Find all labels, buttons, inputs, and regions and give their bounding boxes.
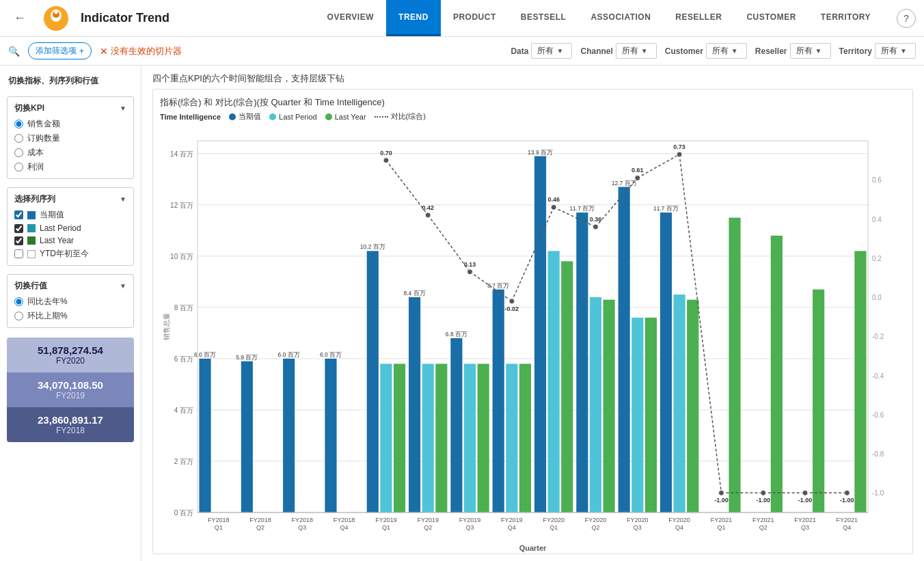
tab-bestsell[interactable]: BESTSELL xyxy=(508,0,579,36)
tab-trend[interactable]: TREND xyxy=(386,0,441,36)
svg-text:8.4 百万: 8.4 百万 xyxy=(404,290,426,297)
search-icon[interactable]: 🔍 xyxy=(8,46,20,57)
svg-rect-61 xyxy=(603,300,615,512)
series-current[interactable]: 当期值 xyxy=(14,209,126,221)
svg-text:Q1: Q1 xyxy=(549,524,558,531)
series-last-period[interactable]: Last Period xyxy=(14,223,126,233)
svg-text:-0.02: -0.02 xyxy=(505,305,519,312)
svg-text:4 百万: 4 百万 xyxy=(174,407,193,414)
svg-text:Q2: Q2 xyxy=(759,524,767,531)
summary-cards: 51,878,274.54 FY2020 34,070,108.50 FY201… xyxy=(7,338,134,442)
legend-ratio: 对比(综合) xyxy=(375,111,426,122)
svg-point-87 xyxy=(425,213,431,218)
svg-text:0.13: 0.13 xyxy=(464,261,476,268)
tab-product[interactable]: PRODUCT xyxy=(441,0,508,36)
add-filter-label: 添加筛选项 xyxy=(36,45,77,57)
sidebar-title: 切换指标、列序列和行值 xyxy=(0,72,141,92)
svg-text:11.7 百万: 11.7 百万 xyxy=(653,205,679,212)
svg-point-105 xyxy=(802,490,808,495)
value-yoy[interactable]: 同比去年% xyxy=(14,296,126,307)
svg-rect-54 xyxy=(534,156,546,512)
filter-customer-arrow-icon: ▼ xyxy=(731,47,738,55)
svg-text:14 百万: 14 百万 xyxy=(170,150,193,158)
svg-text:FY2020: FY2020 xyxy=(627,517,649,523)
add-filter-plus: + xyxy=(79,46,84,56)
value-mom[interactable]: 环比上期% xyxy=(14,310,126,322)
legend-last-year: Last Year xyxy=(325,113,366,121)
add-filter-button[interactable]: 添加筛选项 + xyxy=(28,42,92,59)
svg-text:-1.00: -1.00 xyxy=(840,497,854,504)
summary-card-fy2019: 34,070,108.50 FY2019 xyxy=(7,372,134,407)
summary-amount-fy2020: 51,878,274.54 xyxy=(15,344,126,356)
filter-territory: Territory 所有 ▼ xyxy=(839,43,916,59)
tab-reseller[interactable]: RESELLER xyxy=(663,0,734,36)
no-slicer-close-icon[interactable]: ✕ xyxy=(100,46,108,57)
legend-current: 当期值 xyxy=(229,111,261,122)
svg-text:FY2021: FY2021 xyxy=(794,517,816,523)
svg-text:5.9 百万: 5.9 百万 xyxy=(236,354,258,361)
legend-lastyear-icon xyxy=(325,113,332,120)
summary-year-fy2018: FY2018 xyxy=(15,426,126,435)
logo xyxy=(40,5,72,32)
filter-reseller-select[interactable]: 所有 ▼ xyxy=(790,43,831,59)
svg-text:Q2: Q2 xyxy=(424,524,432,531)
svg-rect-70 xyxy=(729,218,740,512)
filter-channel-select[interactable]: 所有 ▼ xyxy=(616,43,657,59)
svg-text:6.0 百万: 6.0 百万 xyxy=(278,351,300,358)
filter-customer: Customer 所有 ▼ xyxy=(665,43,747,59)
svg-text:6.0 百万: 6.0 百万 xyxy=(320,351,342,358)
svg-rect-38 xyxy=(367,251,379,512)
svg-text:FY2018: FY2018 xyxy=(292,517,314,523)
kpi-cost[interactable]: 成本 xyxy=(14,147,126,159)
svg-text:8.7 百万: 8.7 百万 xyxy=(487,282,509,289)
series-section: 选择列序列 ▼ 当期值 Last Period xyxy=(7,187,134,266)
kpi-options: 销售金额 订购数量 成本 利润 xyxy=(14,118,126,173)
no-slicer-label: 没有生效的切片器 xyxy=(111,45,182,57)
svg-text:Q4: Q4 xyxy=(675,524,683,531)
kpi-profit[interactable]: 利润 xyxy=(14,161,126,173)
kpi-orders[interactable]: 订购数量 xyxy=(14,133,126,144)
series-lastperiod-color xyxy=(27,224,36,232)
svg-rect-42 xyxy=(409,297,420,512)
series-last-year[interactable]: Last Year xyxy=(14,236,126,245)
series-ytd[interactable]: YTD年初至今 xyxy=(14,248,126,260)
svg-rect-65 xyxy=(645,318,657,512)
filter-customer-select[interactable]: 所有 ▼ xyxy=(706,43,747,59)
tab-territory[interactable]: TERRITORY xyxy=(809,0,883,36)
summary-year-fy2019: FY2019 xyxy=(15,391,126,400)
svg-text:Q4: Q4 xyxy=(843,524,851,531)
svg-point-85 xyxy=(383,158,389,163)
tab-overview[interactable]: OVERVIEW xyxy=(315,0,386,36)
svg-text:0.36: 0.36 xyxy=(590,216,602,223)
filter-channel-arrow-icon: ▼ xyxy=(641,47,648,55)
sidebar: 切换指标、列序列和行值 切换KPI ▼ 销售金额 订购数量 xyxy=(0,66,141,561)
tab-customer[interactable]: CUSTOMER xyxy=(734,0,808,36)
svg-text:FY2019: FY2019 xyxy=(375,517,397,523)
svg-point-95 xyxy=(593,224,598,230)
svg-text:Q3: Q3 xyxy=(466,524,474,531)
series-section-header[interactable]: 选择列序列 ▼ xyxy=(14,193,126,205)
legend-ratio-label: 对比(综合) xyxy=(391,111,426,122)
kpi-sales[interactable]: 销售金额 xyxy=(14,118,126,130)
svg-text:FY2021: FY2021 xyxy=(837,517,858,523)
filter-data-select[interactable]: 所有 ▼ xyxy=(531,43,572,59)
legend-lastyear-label: Last Year xyxy=(335,113,366,121)
svg-text:0.46: 0.46 xyxy=(547,196,560,203)
svg-text:Q1: Q1 xyxy=(215,524,223,531)
svg-text:11.7 百万: 11.7 百万 xyxy=(569,205,595,212)
svg-text:-0.4: -0.4 xyxy=(872,372,884,380)
tab-association[interactable]: ASSOCIATION xyxy=(578,0,663,36)
svg-rect-57 xyxy=(561,261,573,512)
svg-text:-1.00: -1.00 xyxy=(798,497,813,504)
svg-text:0.73: 0.73 xyxy=(673,143,685,150)
svg-text:Quarter: Quarter xyxy=(519,544,547,552)
filter-territory-select[interactable]: 所有 ▼ xyxy=(875,43,916,59)
help-button[interactable]: ? xyxy=(897,9,916,28)
value-section-header[interactable]: 切换行值 ▼ xyxy=(14,280,126,292)
main-content: 切换指标、列序列和行值 切换KPI ▼ 销售金额 订购数量 xyxy=(0,66,924,561)
nav-tabs: OVERVIEW TREND PRODUCT BESTSELL ASSOCIAT… xyxy=(315,0,883,36)
summary-amount-fy2019: 34,070,108.50 xyxy=(15,379,126,391)
back-button[interactable]: ← xyxy=(8,8,31,28)
kpi-section-header[interactable]: 切换KPI ▼ xyxy=(14,102,126,114)
filter-data-label: Data xyxy=(511,46,528,56)
